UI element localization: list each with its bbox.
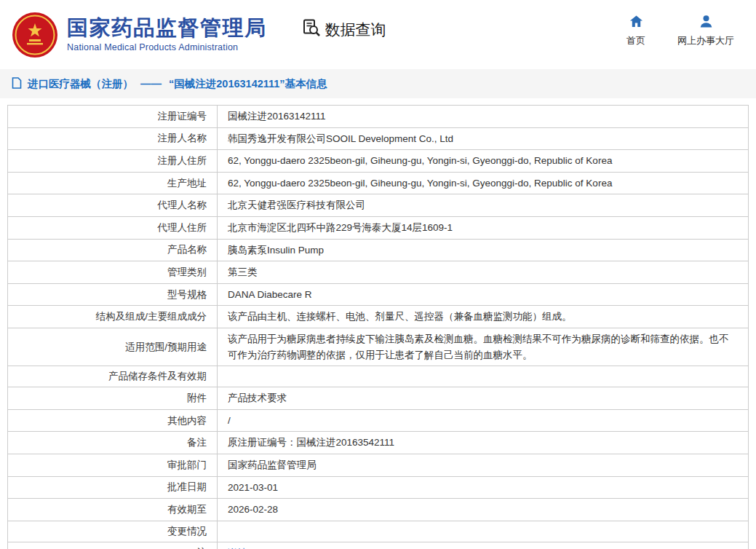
- row-label: 审批部门: [8, 454, 218, 476]
- detail-link[interactable]: 详情: [228, 545, 247, 549]
- nav-data-query[interactable]: 数据查询: [302, 18, 386, 42]
- row-label: 代理人住所: [8, 217, 218, 239]
- row-value: 产品技术要求: [218, 387, 748, 409]
- document-icon: [12, 77, 22, 91]
- row-value: [218, 366, 748, 387]
- row-value: /: [218, 410, 748, 432]
- table-row: 批准日期2021-03-01: [8, 477, 748, 499]
- breadcrumb-page-title: “国械注进20163142111”基本信息: [169, 77, 327, 91]
- site-title-block: 国家药品监督管理局 National Medical Products Admi…: [67, 17, 267, 53]
- nmpa-emblem-logo: [12, 12, 58, 58]
- row-label: 备注: [8, 432, 218, 454]
- row-value: 北京市海淀区北四环中路229号海泰大厦14层1609-1: [218, 217, 748, 239]
- data-query-icon: [302, 18, 322, 42]
- row-value: 胰岛素泵Insulin Pump: [218, 240, 748, 261]
- table-row: 变更情况: [8, 521, 748, 542]
- table-row: 型号规格DANA Diabecare R: [8, 284, 748, 307]
- row-value: 详情: [218, 542, 748, 549]
- home-icon: [629, 15, 643, 31]
- info-table: 注册证编号国械注进20163142111注册人名称韩国秀逸开发有限公司SOOIL…: [7, 105, 749, 549]
- table-row: 其他内容/: [8, 410, 748, 433]
- nav-home-label: 首页: [626, 34, 645, 47]
- table-row: 有效期至2026-02-28: [8, 499, 748, 521]
- table-row: ●注详情: [8, 542, 748, 549]
- row-value: 62, Yonggu-daero 2325beon-gil, Giheung-g…: [218, 173, 748, 194]
- row-value: 第三类: [218, 261, 748, 283]
- table-row: 生产地址62, Yonggu-daero 2325beon-gil, Giheu…: [8, 173, 748, 195]
- row-label: 变更情况: [8, 521, 218, 542]
- row-label: 其他内容: [8, 410, 218, 432]
- row-label: 有效期至: [8, 499, 218, 521]
- table-row: 管理类别第三类: [8, 261, 748, 284]
- table-row: 产品名称胰岛素泵Insulin Pump: [8, 240, 748, 262]
- breadcrumb-category[interactable]: 进口医疗器械（注册）: [28, 77, 133, 91]
- row-label: ●注: [8, 542, 218, 549]
- nav-hall-label: 网上办事大厅: [677, 34, 734, 47]
- row-label: 结构及组成/主要组成成分: [8, 306, 218, 328]
- table-row: 注册人住所62, Yonggu-daero 2325beon-gil, Gihe…: [8, 150, 748, 173]
- table-row: 适用范围/预期用途该产品用于为糖尿病患者持续皮下输注胰岛素及检测血糖。血糖检测结…: [8, 328, 748, 366]
- table-row: 注册人名称韩国秀逸开发有限公司SOOIL Development Co., Lt…: [8, 128, 748, 151]
- row-value: 国家药品监督管理局: [218, 454, 748, 476]
- nav-service-hall[interactable]: 网上办事大厅: [677, 15, 734, 47]
- row-label: 附件: [8, 387, 218, 409]
- row-label: 管理类别: [8, 261, 218, 283]
- row-label: 适用范围/预期用途: [8, 328, 218, 366]
- row-label: 注册证编号: [8, 106, 218, 127]
- table-row: 备注原注册证编号：国械注进20163542111: [8, 432, 748, 454]
- table-row: 结构及组成/主要组成成分该产品由主机、连接螺杆、电池、剂量尺、遥控器（兼备血糖监…: [8, 306, 748, 328]
- row-value: [218, 521, 748, 542]
- row-value: 62, Yonggu-daero 2325beon-gil, Giheung-g…: [218, 150, 748, 172]
- table-row: 代理人名称北京天健君强医疗科技有限公司: [8, 194, 748, 217]
- row-label: 生产地址: [8, 173, 218, 194]
- table-row: 代理人住所北京市海淀区北四环中路229号海泰大厦14层1609-1: [8, 217, 748, 240]
- row-label: 注册人住所: [8, 150, 218, 172]
- row-value: 该产品由主机、连接螺杆、电池、剂量尺、遥控器（兼备血糖监测功能）组成。: [218, 306, 748, 328]
- person-icon: [699, 15, 713, 31]
- row-value: DANA Diabecare R: [218, 284, 748, 306]
- data-query-label: 数据查询: [325, 20, 386, 40]
- header-nav: 首页 网上办事大厅: [626, 15, 734, 47]
- row-value: 2026-02-28: [218, 499, 748, 521]
- breadcrumb: 进口医疗器械（注册） —— “国械注进20163142111”基本信息: [0, 69, 756, 98]
- row-label: 产品名称: [8, 240, 218, 261]
- row-label: 代理人名称: [8, 194, 218, 216]
- row-value: 2021-03-01: [218, 477, 748, 499]
- row-label: 批准日期: [8, 477, 218, 499]
- row-value: 该产品用于为糖尿病患者持续皮下输注胰岛素及检测血糖。血糖检测结果不可作为糖尿病的…: [218, 328, 748, 366]
- table-row: 审批部门国家药品监督管理局: [8, 454, 748, 477]
- row-label: 注册人名称: [8, 128, 218, 150]
- nav-home[interactable]: 首页: [626, 15, 645, 47]
- row-value: 原注册证编号：国械注进20163542111: [218, 432, 748, 454]
- breadcrumb-separator: ——: [140, 78, 162, 90]
- row-label: 产品储存条件及有效期: [8, 366, 218, 387]
- site-header: 国家药品监督管理局 National Medical Products Admi…: [0, 0, 756, 69]
- site-title-en: National Medical Products Administration: [67, 42, 267, 52]
- table-row: 注册证编号国械注进20163142111: [8, 106, 748, 128]
- row-value: 国械注进20163142111: [218, 106, 748, 127]
- row-value: 北京天健君强医疗科技有限公司: [218, 194, 748, 216]
- row-value: 韩国秀逸开发有限公司SOOIL Development Co., Ltd: [218, 128, 748, 150]
- table-row: 产品储存条件及有效期: [8, 366, 748, 387]
- site-title-cn: 国家药品监督管理局: [67, 17, 267, 40]
- row-label: 型号规格: [8, 284, 218, 306]
- table-row: 附件产品技术要求: [8, 387, 748, 410]
